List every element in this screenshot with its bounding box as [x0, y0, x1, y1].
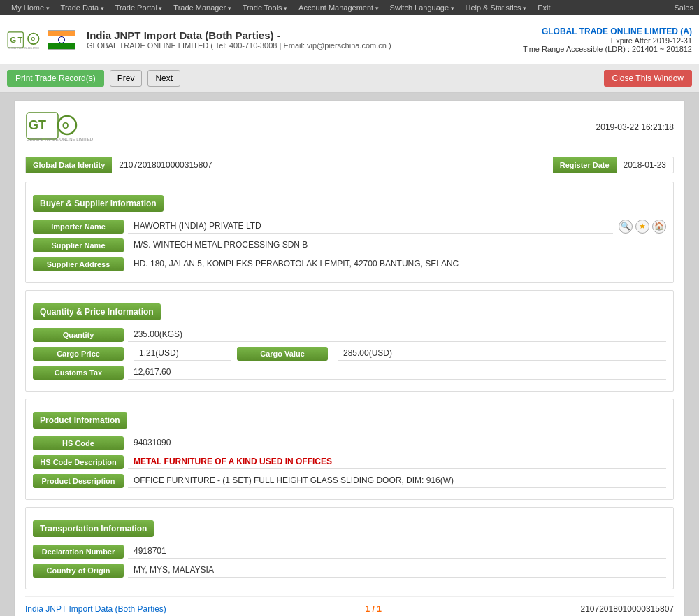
card-footer-page: 1 / 1	[366, 604, 382, 614]
country-row: Country of Origin MY, MYS, MALAYSIA	[33, 563, 666, 578]
india-flag	[48, 30, 75, 50]
card-footer: India JNPT Import Data (Both Parties) 1 …	[25, 596, 674, 614]
page-subtitle: GLOBAL TRADE ONLINE LIMITED ( Tel: 400-7…	[87, 41, 391, 50]
hs-code-desc-label: HS Code Description	[33, 455, 124, 469]
transport-section-header: Transportation Information	[33, 520, 154, 537]
svg-text:O: O	[62, 121, 69, 131]
page-title: India JNPT Import Data (Both Parties) -	[87, 29, 391, 41]
company-name: GLOBAL TRADE ONLINE LIMITED (A)	[523, 27, 692, 36]
declaration-row: Declaration Number 4918701	[33, 544, 666, 559]
flag-chakra	[58, 36, 65, 43]
svg-text:T: T	[18, 35, 23, 43]
cargo-value-value: 285.00(USD)	[338, 346, 666, 361]
product-desc-value: OFFICE FURNITURE - (1 SET) FULL HEIGHT G…	[128, 473, 666, 488]
search-icon[interactable]: 🔍	[619, 220, 633, 234]
card-footer-title: India JNPT Import Data (Both Parties)	[25, 604, 166, 614]
top-toolbar: Print Trade Record(s) Prev Next Close Th…	[0, 64, 699, 93]
product-desc-row: Product Description OFFICE FURNITURE - (…	[33, 473, 666, 488]
next-button-top[interactable]: Next	[147, 70, 180, 87]
cargo-value-label: Cargo Value	[237, 347, 328, 361]
product-desc-label: Product Description	[33, 474, 124, 488]
supplier-address-row: Supplier Address HD. 180, JALAN 5, KOMPL…	[33, 257, 666, 271]
supplier-address-value: HD. 180, JALAN 5, KOMPLEKS PERABOTOLAK L…	[128, 257, 666, 271]
svg-text:G: G	[10, 35, 16, 43]
importer-icons: 🔍 ★ 🏠	[619, 220, 666, 234]
flag-bottom-stripe	[48, 43, 75, 49]
country-label: Country of Origin	[33, 564, 124, 578]
svg-text:GT: GT	[29, 118, 46, 132]
nav-exit[interactable]: Exit	[532, 3, 556, 12]
card-header: GT O GLOBAL TRADE ONLINE LIMITED 2019-03…	[25, 111, 674, 148]
hs-code-desc-row: HS Code Description METAL FURNITURE OF A…	[33, 454, 666, 469]
transport-section: Transportation Information Declaration N…	[25, 507, 674, 589]
header-title-area: India JNPT Import Data (Both Parties) - …	[87, 29, 391, 50]
country-value: MY, MYS, MALAYSIA	[128, 563, 666, 578]
print-button-top[interactable]: Print Trade Record(s)	[7, 70, 104, 87]
quantity-price-header: Quantity & Price Information	[33, 303, 161, 320]
importer-name-label: Importer Name	[33, 220, 124, 234]
cargo-price-value-row: Cargo Price 1.21(USD) Cargo Value 285.00…	[33, 346, 666, 361]
register-date-label: Register Date	[553, 157, 617, 173]
global-data-identity-label: Global Data Identity	[26, 157, 112, 173]
cargo-price-value: 1.21(USD)	[134, 346, 231, 361]
svg-text:GLOBAL TRADE ONLINE LIMITED: GLOBAL TRADE ONLINE LIMITED	[27, 137, 94, 141]
nav-trade-manager[interactable]: Trade Manager	[168, 3, 236, 12]
gto-logo-icon: G T O GLOBAL TRADE ONLINE LIMITED	[7, 26, 42, 54]
record-card: GT O GLOBAL TRADE ONLINE LIMITED 2019-03…	[14, 100, 685, 616]
importer-name-row: Importer Name HAWORTH (INDIA) PRIVATE LT…	[33, 219, 666, 234]
buyer-supplier-header: Buyer & Supplier Information	[33, 195, 164, 212]
customs-tax-row: Customs Tax 12,617.60	[33, 365, 666, 380]
svg-text:O: O	[31, 36, 35, 42]
global-data-identity-row: Global Data Identity 2107201801000031580…	[25, 157, 674, 173]
hs-code-row: HS Code 94031090	[33, 436, 666, 450]
hs-code-value: 94031090	[128, 436, 666, 450]
home-icon[interactable]: 🏠	[652, 220, 666, 234]
register-date-value: 2018-01-23	[617, 157, 673, 173]
importer-name-value: HAWORTH (INDIA) PRIVATE LTD	[128, 219, 613, 234]
card-logo-icon: GT O GLOBAL TRADE ONLINE LIMITED	[25, 111, 116, 143]
ldr-range: Time Range Accessible (LDR) : 201401 ~ 2…	[523, 45, 692, 53]
quantity-value: 235.00(KGS)	[128, 327, 666, 342]
buyer-supplier-section: Buyer & Supplier Information Importer Na…	[25, 182, 674, 283]
top-navigation: My Home Trade Data Trade Portal Trade Ma…	[0, 0, 699, 15]
logo-area: G T O GLOBAL TRADE ONLINE LIMITED	[7, 26, 42, 54]
close-button-top[interactable]: Close This Window	[604, 70, 692, 87]
global-data-identity-value: 21072018010000315807	[112, 157, 552, 173]
supplier-name-row: Supplier Name M/S. WINTECH METAL PROCESS…	[33, 238, 666, 252]
product-section: Product Information HS Code 94031090 HS …	[25, 399, 674, 500]
hs-code-desc-value: METAL FURNITURE OF A KIND USED IN OFFICE…	[128, 454, 666, 469]
header-right-info: GLOBAL TRADE ONLINE LIMITED (A) Expire A…	[523, 27, 692, 53]
nav-trade-data[interactable]: Trade Data	[55, 3, 110, 12]
record-datetime: 2019-03-22 16:21:18	[596, 122, 674, 132]
supplier-name-value: M/S. WINTECH METAL PROCESSING SDN B	[128, 238, 666, 252]
customs-tax-value: 12,617.60	[128, 365, 666, 380]
quantity-price-section: Quantity & Price Information Quantity 23…	[25, 290, 674, 392]
flag-top-stripe	[48, 31, 75, 36]
nav-account-management[interactable]: Account Management	[293, 3, 384, 12]
expire-date: Expire After 2019-12-31	[523, 36, 692, 45]
nav-switch-language[interactable]: Switch Language	[384, 3, 460, 12]
nav-trade-tools[interactable]: Trade Tools	[237, 3, 293, 12]
declaration-value: 4918701	[128, 544, 666, 559]
product-section-header: Product Information	[33, 412, 127, 429]
quantity-row: Quantity 235.00(KGS)	[33, 327, 666, 342]
svg-text:GLOBAL TRADE ONLINE LIMITED: GLOBAL TRADE ONLINE LIMITED	[8, 46, 39, 49]
declaration-label: Declaration Number	[33, 545, 124, 559]
nav-trade-portal[interactable]: Trade Portal	[110, 3, 168, 12]
hs-code-label: HS Code	[33, 436, 124, 450]
supplier-name-label: Supplier Name	[33, 238, 124, 252]
quantity-label: Quantity	[33, 328, 124, 342]
main-content: GT O GLOBAL TRADE ONLINE LIMITED 2019-03…	[0, 93, 699, 616]
customs-tax-label: Customs Tax	[33, 366, 124, 380]
nav-sales: Sales	[674, 3, 693, 12]
header-bar: G T O GLOBAL TRADE ONLINE LIMITED India …	[0, 15, 699, 64]
nav-help-statistics[interactable]: Help & Statistics	[460, 3, 533, 12]
flag-mid-stripe	[48, 36, 75, 43]
star-icon[interactable]: ★	[635, 220, 649, 234]
supplier-address-label: Supplier Address	[33, 257, 124, 271]
cargo-price-label: Cargo Price	[33, 347, 124, 361]
nav-my-home[interactable]: My Home	[6, 3, 55, 12]
card-footer-id: 21072018010000315807	[581, 604, 674, 614]
prev-button-top[interactable]: Prev	[110, 70, 143, 87]
